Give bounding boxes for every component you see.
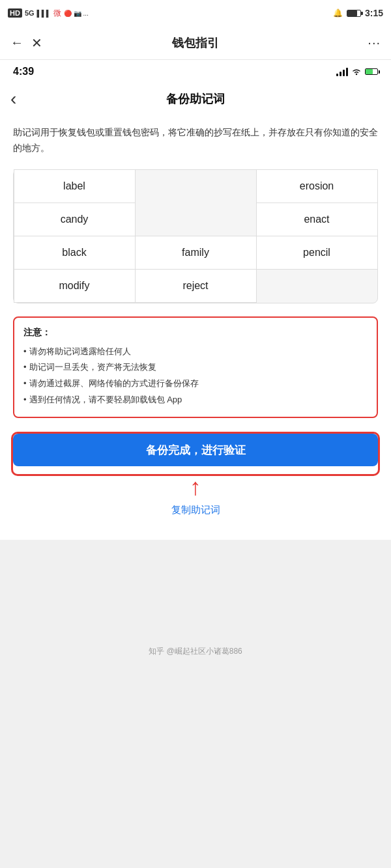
bottom-area: 知乎 @崛起社区小诸葛886	[0, 540, 391, 670]
top-nav-bar: ← ✕ 钱包指引 ···	[0, 26, 391, 60]
outer-status-left: HD 5G ▌▌▌ 微 🔴 📷 ...	[8, 8, 89, 19]
phone-screen: 4:39 ‹ 备份助记词 助记词用于恢复钱包或重	[0, 60, 391, 540]
mnemonic-cell-empty-3	[256, 269, 378, 303]
signal-bars-outer: ▌▌▌	[37, 10, 51, 17]
nav-right-actions: ···	[341, 35, 381, 50]
outer-time: 3:15	[365, 8, 383, 18]
description-text: 助记词用于恢复钱包或重置钱包密码，将它准确的抄写在纸上，并存放在只有你知道的安全…	[13, 125, 378, 156]
inner-status-icons	[336, 67, 378, 76]
warning-title: 注意：	[23, 327, 368, 339]
mnemonic-cell-enact: enact	[256, 203, 378, 236]
app-icons: 🔴 📷 ...	[64, 10, 89, 17]
inner-page-title: 备份助记词	[166, 91, 225, 107]
mnemonic-cell-family: family	[135, 236, 257, 270]
warning-item-2: • 助记词一旦丢失，资产将无法恢复	[23, 359, 368, 376]
nav-left-actions: ← ✕	[10, 35, 50, 51]
signal-5g: 5G	[25, 9, 35, 17]
battery-inner	[365, 68, 378, 75]
warning-box: 注意： • 请勿将助记词透露给任何人 • 助记词一旦丢失，资产将无法恢复 • 请…	[13, 316, 378, 419]
verify-button-wrapper: 备份完成，进行验证	[13, 434, 378, 474]
mnemonic-cell-empty-1	[135, 169, 257, 203]
back-button[interactable]: ←	[10, 35, 23, 50]
inner-back-button[interactable]: ‹	[10, 89, 16, 109]
bullet-icon-4: •	[23, 392, 27, 408]
copy-mnemonic-link[interactable]: 复制助记词	[13, 501, 378, 529]
hd-badge: HD	[8, 8, 22, 18]
battery-outer	[347, 10, 361, 17]
weibo-icon: 微	[53, 8, 61, 19]
mnemonic-cell-pencil: pencil	[256, 236, 378, 270]
wifi-icon	[351, 68, 362, 76]
inner-page-header: ‹ 备份助记词	[0, 83, 391, 115]
mnemonic-cell-modify: modify	[14, 269, 136, 303]
mnemonic-grid: label erosion candy enact black family p…	[13, 169, 378, 303]
mnemonic-cell-black: black	[14, 236, 136, 270]
close-button[interactable]: ✕	[31, 35, 42, 51]
mnemonic-cell-empty-2	[135, 203, 257, 236]
content-area: 助记词用于恢复钱包或重置钱包密码，将它准确的抄写在纸上，并存放在只有你知道的安全…	[0, 115, 391, 540]
warning-item-4: • 遇到任何情况，请不要轻易卸载钱包 App	[23, 392, 368, 408]
signal-bars-inner	[336, 67, 348, 76]
red-arrow-icon: ↑	[190, 475, 201, 499]
mnemonic-cell-label: label	[14, 169, 136, 203]
verify-button[interactable]: 备份完成，进行验证	[13, 434, 378, 466]
outer-status-bar: HD 5G ▌▌▌ 微 🔴 📷 ... 🔔 3:15	[0, 0, 391, 26]
arrow-container: ↑	[13, 475, 378, 499]
bullet-icon-3: •	[23, 376, 27, 392]
watermark-text: 知乎 @崛起社区小诸葛886	[149, 646, 242, 657]
inner-status-bar: 4:39	[0, 60, 391, 83]
warning-item-3: • 请勿通过截屏、网络传输的方式进行备份保存	[23, 376, 368, 392]
page-title: 钱包指引	[50, 35, 341, 51]
mnemonic-cell-candy: candy	[14, 203, 136, 236]
bullet-icon-2: •	[23, 359, 27, 376]
inner-time: 4:39	[13, 66, 34, 77]
more-button[interactable]: ···	[368, 35, 381, 50]
bell-icon: 🔔	[333, 8, 343, 18]
mnemonic-cell-erosion: erosion	[256, 169, 378, 203]
mnemonic-cell-reject: reject	[135, 269, 257, 303]
bullet-icon-1: •	[23, 344, 27, 360]
warning-item-1: • 请勿将助记词透露给任何人	[23, 344, 368, 360]
outer-status-right: 🔔 3:15	[333, 8, 383, 18]
